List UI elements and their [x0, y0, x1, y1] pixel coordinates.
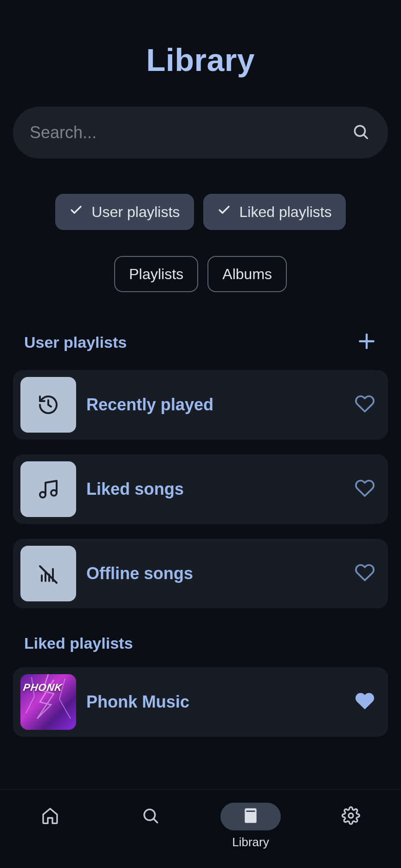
playlist-title: Offline songs — [86, 564, 344, 583]
playlist-item-offline-songs[interactable]: Offline songs — [13, 539, 388, 608]
section-title: Liked playlists — [24, 634, 133, 652]
section-title: User playlists — [24, 333, 127, 351]
offline-icon — [20, 546, 76, 601]
chip-label: Albums — [222, 266, 272, 283]
playlist-title: Liked songs — [86, 479, 344, 499]
playlist-item-phonk-music[interactable]: PHONK Phonk Music — [13, 667, 388, 737]
svg-point-5 — [51, 490, 57, 496]
svg-point-13 — [349, 813, 353, 818]
chip-label: User playlists — [91, 204, 180, 221]
nav-library[interactable]: Library — [218, 803, 283, 849]
home-icon — [41, 806, 59, 827]
like-button[interactable] — [355, 478, 375, 500]
playlist-item-liked-songs[interactable]: Liked songs — [13, 454, 388, 524]
svg-line-12 — [154, 819, 157, 823]
svg-line-1 — [364, 135, 368, 139]
section-header-user-playlists: User playlists — [13, 331, 388, 353]
search-bar[interactable] — [13, 107, 388, 159]
history-icon — [20, 377, 76, 433]
page-title: Library — [13, 42, 388, 78]
search-icon — [141, 806, 160, 827]
svg-point-4 — [40, 492, 45, 498]
filter-user-playlists[interactable]: User playlists — [55, 194, 194, 230]
check-icon — [69, 203, 83, 221]
filter-albums[interactable]: Albums — [207, 256, 287, 292]
music-note-icon — [20, 461, 76, 517]
gear-icon — [342, 806, 360, 827]
chip-label: Playlists — [129, 266, 183, 283]
nav-search[interactable] — [118, 803, 183, 830]
library-icon — [242, 807, 259, 826]
playlist-item-recently-played[interactable]: Recently played — [13, 370, 388, 440]
bottom-nav: Library — [0, 789, 401, 868]
album-art: PHONK — [20, 674, 76, 730]
like-button[interactable] — [355, 394, 375, 416]
playlist-title: Recently played — [86, 395, 344, 415]
search-input[interactable] — [30, 123, 352, 142]
playlist-title: Phonk Music — [86, 692, 344, 712]
add-playlist-button[interactable] — [356, 331, 377, 353]
search-icon — [352, 123, 369, 142]
nav-label: Library — [232, 835, 269, 849]
check-icon — [217, 203, 231, 221]
chip-label: Liked playlists — [239, 204, 332, 221]
section-header-liked-playlists: Liked playlists — [13, 634, 388, 652]
nav-settings[interactable] — [318, 803, 383, 830]
like-button[interactable] — [355, 562, 375, 585]
filter-playlists[interactable]: Playlists — [114, 256, 198, 292]
filter-liked-playlists[interactable]: Liked playlists — [203, 194, 346, 230]
album-art-label: PHONK — [22, 682, 74, 694]
like-button[interactable] — [355, 691, 375, 713]
nav-home[interactable] — [18, 803, 83, 830]
